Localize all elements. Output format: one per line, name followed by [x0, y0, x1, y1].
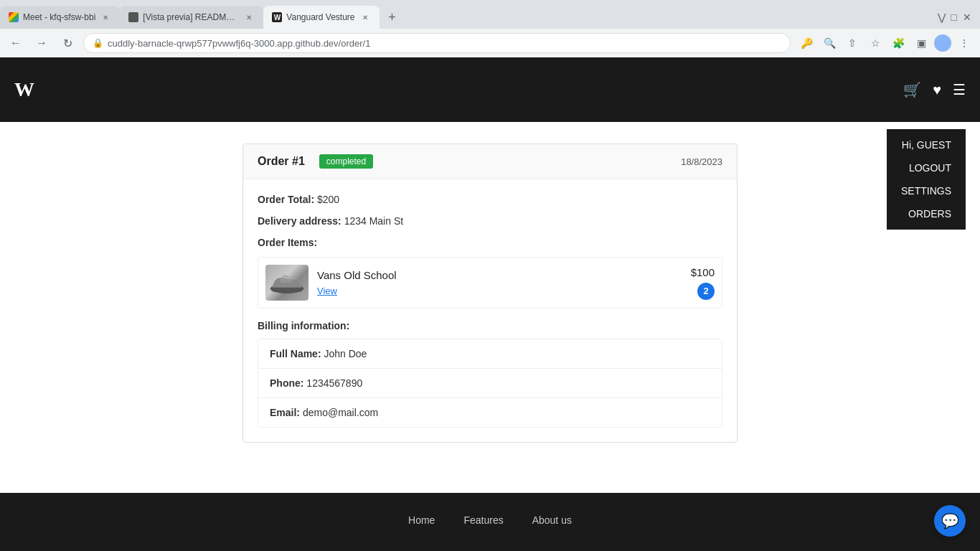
order-card: Order #1 completed 18/8/2023 Order Total… [242, 143, 738, 443]
order-delivery-value: 1234 Main St [344, 215, 404, 227]
window-close[interactable]: ✕ [963, 11, 971, 23]
orders-button[interactable]: ORDERS [908, 204, 951, 224]
product-info: Vans Old School View [317, 269, 682, 297]
billing-name-row: Full Name: John Doe [258, 339, 722, 369]
tab-close-readme[interactable]: ✕ [243, 11, 255, 23]
footer-nav-features[interactable]: Features [463, 514, 503, 526]
product-image-placeholder [265, 265, 308, 301]
settings-button[interactable]: SETTINGS [901, 181, 951, 201]
search-icon[interactable]: 🔍 [819, 33, 839, 53]
billing-label: Billing information: [258, 320, 722, 331]
billing-name-value: John Doe [324, 348, 367, 359]
more-menu-icon[interactable]: ⋮ [954, 33, 974, 53]
tab-close-vanguard[interactable]: ✕ [359, 11, 371, 23]
tab-vanguard[interactable]: W Vanguard Vesture ✕ [263, 6, 379, 29]
tab-favicon-meet [9, 12, 19, 22]
hamburger-icon[interactable]: ☰ [953, 81, 966, 98]
order-delivery-field: Delivery address: 1234 Main St [258, 215, 722, 227]
back-button[interactable]: ← [6, 33, 26, 53]
window-maximize[interactable]: □ [951, 11, 957, 23]
url-host: cuddly-barnacle-qrwp577pvwwfj6q-3000.app… [108, 38, 339, 49]
main-content: Order #1 completed 18/8/2023 Order Total… [0, 122, 980, 464]
order-total-label: Order Total: [258, 194, 314, 205]
address-bar[interactable]: 🔒 cuddly-barnacle-qrwp577pvwwfj6q-3000.a… [83, 33, 791, 53]
reload-button[interactable]: ↻ [57, 33, 77, 53]
share-icon[interactable]: ⇧ [842, 33, 862, 53]
product-row: Vans Old School View $100 2 [258, 257, 722, 309]
new-tab-button[interactable]: + [382, 7, 402, 27]
billing-email-label: Email: [270, 407, 300, 418]
url-path: /order/1 [339, 38, 371, 49]
product-quantity: 2 [697, 283, 715, 300]
chat-button[interactable]: 💬 [934, 505, 966, 537]
tab-readme[interactable]: [Vista previa] README.md - Fina ✕ [120, 6, 263, 29]
footer-nav-home[interactable]: Home [408, 514, 435, 526]
profile-avatar[interactable] [934, 34, 951, 52]
svg-rect-2 [281, 281, 292, 283]
lock-icon: 🔒 [93, 38, 103, 48]
tab-title-vanguard: Vanguard Vesture [286, 12, 354, 22]
billing-name-label: Full Name: [270, 348, 321, 359]
key-icon[interactable]: 🔑 [796, 33, 816, 53]
order-title: Order #1 [258, 155, 305, 168]
tab-title-meet: Meet - kfq-sfsw-bbi [23, 12, 95, 22]
order-date: 18/8/2023 [681, 156, 722, 167]
forward-button[interactable]: → [32, 33, 52, 53]
app-header: W 🛒 ♥ ☰ Hi, GUEST LOGOUT SETTINGS ORDERS [0, 57, 980, 122]
footer-bottom: © 2023 ◯ 𝕏 f [14, 545, 966, 551]
order-body: Order Total: $200 Delivery address: 1234… [243, 179, 737, 442]
order-delivery-label: Delivery address: [258, 215, 341, 227]
billing-phone-value: 1234567890 [306, 377, 362, 389]
app-logo: W [14, 78, 34, 101]
logout-button[interactable]: LOGOUT [909, 158, 951, 178]
order-items-label: Order Items: [258, 237, 722, 248]
wishlist-icon[interactable]: ♥ [933, 82, 941, 98]
tab-title-readme: [Vista previa] README.md - Fina [143, 12, 239, 22]
cart-icon[interactable]: 🛒 [903, 81, 921, 98]
url-text: cuddly-barnacle-qrwp577pvwwfj6q-3000.app… [108, 38, 370, 49]
billing-email-row: Email: demo@mail.com [258, 398, 722, 427]
shoe-image-svg [269, 268, 305, 297]
order-total-field: Order Total: $200 [258, 194, 722, 205]
billing-email-value: demo@mail.com [303, 407, 378, 418]
sidebar-icon[interactable]: ▣ [911, 33, 931, 53]
tab-meet[interactable]: Meet - kfq-sfsw-bbi ✕ [0, 6, 120, 29]
window-controls: ⋁ □ ✕ [938, 11, 980, 23]
footer-nav: Home Features About us [14, 507, 966, 533]
header-right: 🛒 ♥ ☰ [903, 81, 966, 98]
billing-phone-row: Phone: 1234567890 [258, 369, 722, 398]
svg-rect-1 [280, 279, 292, 281]
order-total-value: $200 [317, 194, 339, 205]
chat-icon: 💬 [941, 512, 959, 529]
tab-favicon-readme [128, 12, 138, 22]
tab-favicon-vanguard: W [272, 12, 282, 22]
footer-nav-about[interactable]: About us [532, 514, 572, 526]
product-image [265, 265, 308, 301]
product-price: $100 [691, 266, 715, 278]
order-status-badge: completed [319, 154, 373, 169]
address-bar-row: ← → ↻ 🔒 cuddly-barnacle-qrwp577pvwwfj6q-… [0, 29, 980, 57]
bookmark-icon[interactable]: ☆ [865, 33, 885, 53]
billing-box: Full Name: John Doe Phone: 1234567890 Em… [258, 339, 722, 428]
greeting-text: Hi, GUEST [902, 135, 951, 155]
order-header: Order #1 completed 18/8/2023 [243, 144, 737, 179]
puzzle-icon[interactable]: 🧩 [888, 33, 908, 53]
product-view-link[interactable]: View [317, 286, 337, 296]
app-footer: Home Features About us © 2023 ◯ 𝕏 f [0, 493, 980, 551]
dropdown-menu: Hi, GUEST LOGOUT SETTINGS ORDERS [887, 129, 966, 230]
toolbar-icons: 🔑 🔍 ⇧ ☆ 🧩 ▣ ⋮ [796, 33, 974, 53]
header-icons: 🛒 ♥ ☰ [903, 81, 966, 98]
billing-phone-label: Phone: [270, 377, 303, 389]
tab-close-meet[interactable]: ✕ [100, 11, 111, 23]
window-minimize[interactable]: ⋁ [938, 11, 946, 23]
product-name: Vans Old School [317, 269, 682, 281]
product-right: $100 2 [691, 266, 715, 300]
tab-bar: Meet - kfq-sfsw-bbi ✕ [Vista previa] REA… [0, 0, 980, 29]
browser-chrome: Meet - kfq-sfsw-bbi ✕ [Vista previa] REA… [0, 0, 980, 57]
